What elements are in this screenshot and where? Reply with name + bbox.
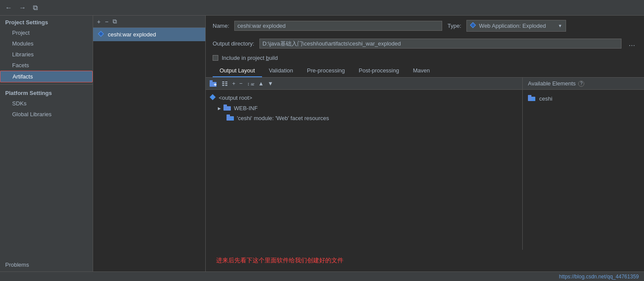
include-checkbox[interactable] — [213, 55, 218, 61]
footer: https://blog.csdn.net/qq_44761359 — [0, 271, 644, 281]
tree-content: <output root> ▶ WEB-INF — [206, 90, 522, 250]
name-input[interactable] — [234, 21, 442, 31]
sidebar-item-modules[interactable]: Modules — [0, 38, 93, 49]
svg-text:↕: ↕ — [247, 81, 250, 86]
artifact-list-panel: + − ⧉ ceshi:war exploded — [93, 16, 206, 271]
svg-rect-24 — [528, 95, 531, 97]
tree-item-module-facet[interactable]: 'ceshi' module: 'Web' facet resources — [209, 113, 519, 123]
sidebar-item-global-libraries[interactable]: Global Libraries — [0, 109, 93, 120]
artifact-item-label: ceshi:war exploded — [108, 31, 156, 38]
dropdown-arrow-icon: ▼ — [558, 23, 562, 28]
available-item-icon — [528, 95, 536, 102]
tree-toolbar: + − ↕ a z ▲ ▼ — [206, 78, 522, 90]
platform-settings-title: Platform Settings — [0, 86, 93, 98]
tabs-row: Output Layout Validation Pre-processing … — [206, 65, 644, 78]
include-label: Include in project build — [222, 55, 278, 61]
annotation-text: 进来后先看下这个里面软件给我们创建好的文件 — [206, 250, 644, 271]
tab-maven[interactable]: Maven — [406, 65, 437, 77]
tree-item-output-root[interactable]: <output root> — [209, 92, 519, 103]
sidebar-item-sdks[interactable]: SDKs — [0, 98, 93, 109]
output-root-label: <output root> — [219, 95, 252, 101]
svg-rect-8 — [222, 82, 224, 82]
web-artifact-icon — [97, 30, 104, 39]
available-item-ceshi[interactable]: ceshi — [526, 93, 641, 104]
svg-rect-22 — [230, 117, 234, 121]
type-dropdown-value: Web Application: Exploded — [479, 23, 546, 29]
tree-add-button[interactable]: + — [231, 80, 237, 87]
tree-remove-button[interactable]: − — [238, 80, 244, 87]
tree-folder-add-button[interactable] — [208, 80, 219, 88]
back-button[interactable]: ← — [3, 3, 14, 13]
svg-rect-12 — [222, 85, 224, 86]
type-dropdown[interactable]: Web Application: Exploded ▼ — [466, 20, 566, 32]
artifact-list-toolbar: + − ⧉ — [93, 16, 205, 28]
output-root-icon — [209, 94, 216, 102]
output-dir-row: Output directory: … — [206, 36, 644, 51]
svg-text:z: z — [252, 82, 254, 86]
svg-rect-19 — [223, 105, 227, 107]
tree-item-webinf[interactable]: ▶ WEB-INF — [209, 103, 519, 113]
svg-rect-10 — [222, 83, 224, 84]
tab-output-layout[interactable]: Output Layout — [213, 65, 262, 77]
svg-rect-9 — [225, 82, 227, 82]
tree-up-button[interactable]: ▲ — [257, 80, 265, 87]
available-elements-panel: Available Elements ? ceshi — [523, 78, 644, 250]
tree-panel: + − ↕ a z ▲ ▼ — [206, 78, 523, 250]
tab-content: + − ↕ a z ▲ ▼ — [206, 78, 644, 250]
svg-rect-21 — [227, 114, 230, 117]
available-elements-label: Available Elements — [528, 80, 576, 87]
type-label: Type: — [447, 23, 461, 29]
sidebar: Project Settings Project Modules Librari… — [0, 16, 93, 271]
sidebar-item-problems[interactable]: Problems — [0, 258, 93, 271]
available-item-label: ceshi — [539, 95, 552, 102]
tab-post-processing[interactable]: Post-processing — [352, 65, 406, 77]
available-content: ceshi — [523, 90, 644, 250]
webinf-expand-arrow: ▶ — [218, 106, 221, 111]
toolbar: ← → ⧉ — [0, 0, 644, 16]
svg-rect-13 — [225, 85, 227, 86]
available-elements-header: Available Elements ? — [523, 78, 644, 90]
svg-rect-18 — [223, 106, 231, 111]
artifact-list-item[interactable]: ceshi:war exploded — [93, 28, 205, 41]
output-dir-browse-button[interactable]: … — [627, 39, 637, 49]
sidebar-item-libraries[interactable]: Libraries — [0, 49, 93, 60]
artifact-add-button[interactable]: + — [96, 18, 102, 26]
tab-pre-processing[interactable]: Pre-processing — [300, 65, 352, 77]
sidebar-divider — [0, 84, 93, 85]
module-facet-label: 'ceshi' module: 'Web' facet resources — [237, 115, 329, 121]
output-dir-input[interactable] — [259, 39, 621, 49]
svg-marker-17 — [210, 94, 216, 100]
copy-button[interactable]: ⧉ — [31, 3, 39, 13]
content-panel: Name: Type: Web Application: Exploded ▼ — [206, 16, 644, 271]
tree-sort-button[interactable]: ↕ a z — [245, 80, 256, 88]
tree-down-button[interactable]: ▼ — [266, 80, 275, 87]
help-icon[interactable]: ? — [578, 81, 584, 87]
webinf-label: WEB-INF — [234, 105, 258, 111]
type-dropdown-icon — [469, 22, 476, 30]
artifact-copy-button[interactable]: ⧉ — [111, 17, 118, 26]
project-settings-title: Project Settings — [0, 16, 93, 27]
webinf-folder-icon — [223, 105, 231, 112]
module-facet-icon — [227, 114, 234, 122]
sidebar-item-artifacts[interactable]: Artifacts — [0, 71, 93, 82]
svg-rect-25 — [532, 98, 535, 101]
svg-rect-5 — [210, 80, 213, 82]
forward-button[interactable]: → — [17, 3, 28, 13]
artifact-remove-button[interactable]: − — [104, 18, 110, 26]
sidebar-item-facets[interactable]: Facets — [0, 60, 93, 71]
output-dir-label: Output directory: — [213, 40, 254, 47]
name-type-row: Name: Type: Web Application: Exploded ▼ — [206, 16, 644, 36]
svg-rect-11 — [225, 83, 227, 84]
footer-link[interactable]: https://blog.csdn.net/qq_44761359 — [559, 274, 639, 280]
main-container: Project Settings Project Modules Librari… — [0, 16, 644, 271]
tree-lines-button[interactable] — [220, 80, 230, 88]
tab-validation[interactable]: Validation — [262, 65, 300, 77]
name-label: Name: — [213, 23, 229, 29]
include-row: Include in project build — [206, 51, 644, 65]
sidebar-item-project[interactable]: Project — [0, 27, 93, 38]
